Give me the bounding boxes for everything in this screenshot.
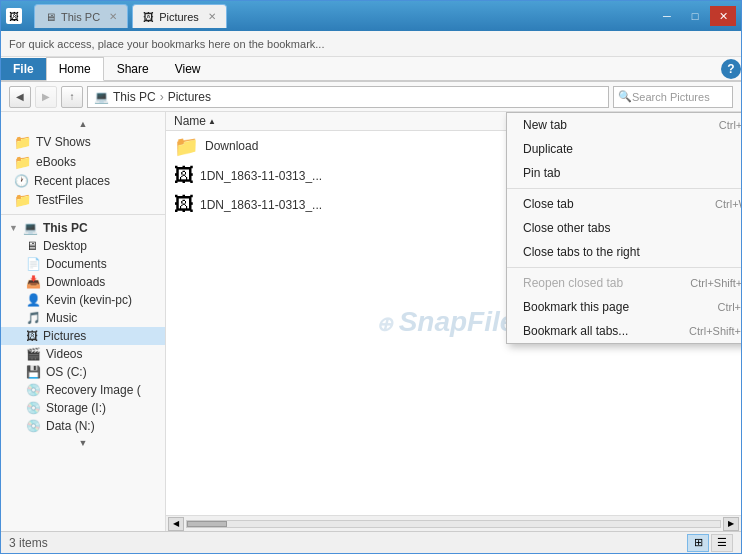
sidebar-label-pictures: Pictures	[43, 329, 86, 343]
back-button[interactable]: ◀	[9, 86, 31, 108]
address-bar[interactable]: 💻 This PC › Pictures	[87, 86, 609, 108]
sidebar-item-documents[interactable]: 📄 Documents	[1, 255, 165, 273]
tab-label: Pictures	[159, 11, 199, 23]
minimize-button[interactable]: ─	[654, 6, 680, 26]
scroll-track	[186, 520, 721, 528]
address-separator: ›	[160, 90, 164, 104]
menu-item-close-tab[interactable]: Close tab Ctrl+W	[507, 192, 741, 216]
menu-item-bookmark-all[interactable]: Bookmark all tabs... Ctrl+Shift+D	[507, 319, 741, 343]
sidebar-item-kevin[interactable]: 👤 Kevin (kevin-pc)	[1, 291, 165, 309]
sidebar-label-testfiles: TestFiles	[36, 193, 83, 207]
tab-this-pc[interactable]: 🖥 This PC ✕	[34, 4, 128, 28]
sidebar-label-tv-shows: TV Shows	[36, 135, 91, 149]
content-pane: Name ▲ Size Tags 📁 Download	[166, 112, 741, 531]
horizontal-scrollbar[interactable]: ◀ ▶	[166, 515, 741, 531]
computer-icon: 💻	[23, 221, 38, 235]
scroll-left-button[interactable]: ◀	[168, 517, 184, 531]
menu-label-close-other: Close other tabs	[523, 221, 610, 235]
tab-close-pictures[interactable]: ✕	[208, 11, 216, 22]
close-button[interactable]: ✕	[710, 6, 736, 26]
menu-item-close-right[interactable]: Close tabs to the right	[507, 240, 741, 264]
menu-separator-1	[507, 188, 741, 189]
sidebar-item-desktop[interactable]: 🖥 Desktop	[1, 237, 165, 255]
menu-item-pin-tab[interactable]: Pin tab	[507, 161, 741, 185]
tab-label: This PC	[61, 11, 100, 23]
user-icon: 👤	[26, 293, 41, 307]
menu-label-duplicate: Duplicate	[523, 142, 573, 156]
menu-label-close-right: Close tabs to the right	[523, 245, 640, 259]
folder-icon-ebooks: 📁	[14, 154, 31, 170]
sidebar-item-storage[interactable]: 💿 Storage (I:)	[1, 399, 165, 417]
menu-shortcut-bookmark-all: Ctrl+Shift+D	[689, 325, 741, 337]
menu-shortcut-close-tab: Ctrl+W	[715, 198, 741, 210]
search-placeholder: Search Pictures	[632, 91, 710, 103]
address-icon: 💻	[94, 90, 109, 104]
ribbon-tab-share[interactable]: Share	[104, 57, 162, 81]
search-box[interactable]: 🔍 Search Pictures	[613, 86, 733, 108]
sidebar-divider	[1, 214, 165, 215]
status-bar: 3 items ⊞ ☰	[1, 531, 741, 553]
context-menu: New tab Ctrl+T Duplicate Pin tab Close t…	[506, 112, 741, 344]
scroll-right-button[interactable]: ▶	[723, 517, 739, 531]
title-bar: 🖼 🖥 This PC ✕ 🖼 Pictures ✕ ─ □ ✕	[1, 1, 741, 31]
menu-label-reopen: Reopen closed tab	[523, 276, 623, 290]
sidebar-item-ebooks[interactable]: 📁 eBooks	[1, 152, 165, 172]
sidebar-item-testfiles[interactable]: 📁 TestFiles	[1, 190, 165, 210]
sidebar-item-data[interactable]: 💿 Data (N:)	[1, 417, 165, 435]
sidebar-item-recovery[interactable]: 💿 Recovery Image (	[1, 381, 165, 399]
tab-close-this-pc[interactable]: ✕	[109, 11, 117, 22]
file-tab-button[interactable]: File	[1, 58, 46, 80]
menu-item-bookmark-page[interactable]: Bookmark this page Ctrl+D	[507, 295, 741, 319]
drive-icon: 💾	[26, 365, 41, 379]
sidebar-item-music[interactable]: 🎵 Music	[1, 309, 165, 327]
menu-shortcut-new-tab: Ctrl+T	[719, 119, 741, 131]
sidebar-label-ebooks: eBooks	[36, 155, 76, 169]
forward-button[interactable]: ▶	[35, 86, 57, 108]
sidebar-item-tv-shows[interactable]: 📁 TV Shows	[1, 132, 165, 152]
address-part2: Pictures	[168, 90, 211, 104]
menu-shortcut-reopen: Ctrl+Shift+T	[690, 277, 741, 289]
help-button[interactable]: ?	[721, 59, 741, 79]
menu-separator-2	[507, 267, 741, 268]
sidebar-scroll-down[interactable]: ▼	[1, 435, 165, 451]
sidebar-label-recovery: Recovery Image (	[46, 383, 141, 397]
ribbon-tab-view[interactable]: View	[162, 57, 214, 81]
desktop-icon: 🖥	[26, 239, 38, 253]
menu-label-bookmark-all: Bookmark all tabs...	[523, 324, 628, 338]
sidebar-item-os-c[interactable]: 💾 OS (C:)	[1, 363, 165, 381]
menu-item-reopen-closed[interactable]: Reopen closed tab Ctrl+Shift+T	[507, 271, 741, 295]
bookmark-bar: For quick access, place your bookmarks h…	[1, 31, 741, 57]
expand-icon-pc: ▼	[9, 223, 18, 233]
menu-label-new-tab: New tab	[523, 118, 567, 132]
sidebar: ▲ 📁 TV Shows 📁 eBooks 🕐 Recent places 📁 …	[1, 112, 166, 531]
sidebar-label-recent: Recent places	[34, 174, 110, 188]
list-view-button[interactable]: ☰	[711, 534, 733, 552]
sidebar-item-downloads[interactable]: 📥 Downloads	[1, 273, 165, 291]
tab-pictures[interactable]: 🖼 Pictures ✕	[132, 4, 227, 28]
sidebar-label-os-c: OS (C:)	[46, 365, 87, 379]
sidebar-item-this-pc[interactable]: ▼ 💻 This PC	[1, 219, 165, 237]
menu-item-close-other[interactable]: Close other tabs	[507, 216, 741, 240]
up-button[interactable]: ↑	[61, 86, 83, 108]
status-text: 3 items	[9, 536, 48, 550]
sidebar-item-pictures[interactable]: 🖼 Pictures	[1, 327, 165, 345]
menu-item-new-tab[interactable]: New tab Ctrl+T	[507, 113, 741, 137]
sidebar-label-documents: Documents	[46, 257, 107, 271]
sidebar-label-videos: Videos	[46, 347, 82, 361]
maximize-button[interactable]: □	[682, 6, 708, 26]
clock-icon: 🕐	[14, 174, 29, 188]
ribbon-tab-home[interactable]: Home	[46, 57, 104, 81]
scroll-thumb[interactable]	[187, 521, 227, 527]
menu-shortcut-bookmark-page: Ctrl+D	[718, 301, 741, 313]
sidebar-item-recent-places[interactable]: 🕐 Recent places	[1, 172, 165, 190]
grid-view-button[interactable]: ⊞	[687, 534, 709, 552]
window-controls: ─ □ ✕	[654, 6, 736, 26]
storage-icon: 💿	[26, 401, 41, 415]
sidebar-item-videos[interactable]: 🎬 Videos	[1, 345, 165, 363]
sidebar-scroll-up[interactable]: ▲	[1, 116, 165, 132]
address-part1: This PC	[113, 90, 156, 104]
sidebar-label-music: Music	[46, 311, 77, 325]
sort-arrow: ▲	[208, 117, 216, 126]
folder-icon-tv: 📁	[14, 134, 31, 150]
menu-item-duplicate[interactable]: Duplicate	[507, 137, 741, 161]
